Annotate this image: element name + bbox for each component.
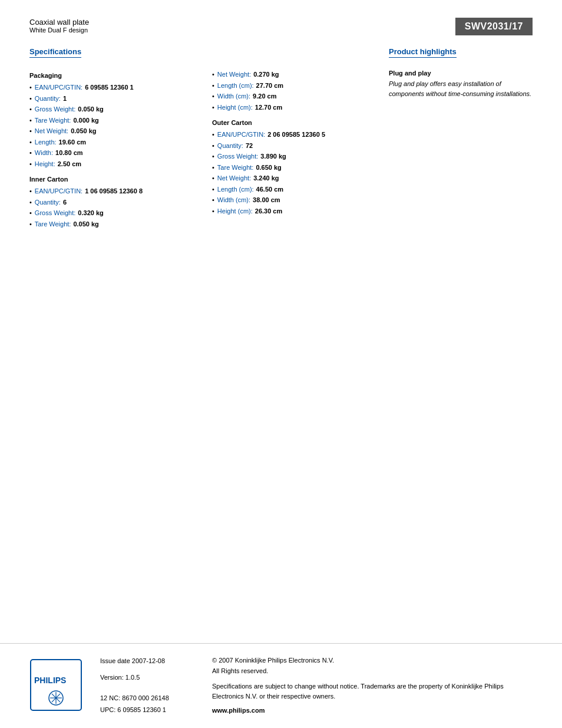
- spec-value: 3.890 kg: [260, 151, 286, 162]
- inner-carton-heading: Inner Carton: [29, 176, 189, 183]
- spec-label: Length:: [35, 137, 57, 147]
- spec-label: Width:: [35, 148, 53, 158]
- spec-value: 0.050 kg: [71, 126, 96, 136]
- packaging-right-list: Net Weight: 0.270 kg Length (cm): 27.70 …: [212, 70, 371, 112]
- spec-value: 27.70 cm: [256, 81, 283, 91]
- spec-label: EAN/UPC/GTIN:: [217, 130, 265, 140]
- product-subtitle: White Dual F design: [29, 27, 455, 34]
- spec-label: Quantity:: [217, 141, 243, 151]
- list-item: Net Weight: 0.270 kg: [212, 70, 371, 80]
- spec-label: Height (cm):: [217, 206, 253, 216]
- spec-label: Tare Weight:: [35, 116, 71, 126]
- spec-value: 10.80 cm: [55, 148, 82, 158]
- list-item: Quantity: 6: [29, 197, 189, 207]
- footer-center: Issue date 2007-12-08 Version: 1.0.5 12 …: [100, 655, 194, 716]
- spec-label: Net Weight:: [35, 126, 68, 136]
- list-item: Width: 10.80 cm: [29, 148, 189, 158]
- spec-value: 12.70 cm: [255, 103, 282, 113]
- spec-value: 2.50 cm: [58, 159, 81, 169]
- list-item: Width (cm): 38.00 cm: [212, 195, 371, 205]
- spec-label: Gross Weight:: [217, 151, 259, 162]
- inner-carton-list: EAN/UPC/GTIN: 1 06 09585 12360 8 Quantit…: [29, 186, 189, 229]
- list-item: Tare Weight: 0.000 kg: [29, 116, 189, 126]
- list-item: Tare Weight: 0.650 kg: [212, 163, 371, 173]
- spec-label: Quantity:: [35, 94, 61, 104]
- spec-label: Tare Weight:: [35, 219, 71, 229]
- spec-value: 0.320 kg: [78, 208, 103, 218]
- list-item: Gross Weight: 0.320 kg: [29, 208, 189, 218]
- website-link[interactable]: www.philips.com: [212, 706, 533, 716]
- spec-value: 1 06 09585 12360 8: [85, 186, 143, 196]
- list-item: Length (cm): 27.70 cm: [212, 81, 371, 91]
- spec-value: 1: [63, 94, 67, 104]
- plug-and-play-text: Plug and play offers easy installation o…: [389, 79, 533, 98]
- outer-carton-list: EAN/UPC/GTIN: 2 06 09585 12360 5 Quantit…: [212, 130, 371, 216]
- spec-label: Length (cm):: [217, 185, 254, 195]
- list-item: Height (cm): 26.30 cm: [212, 206, 371, 216]
- spec-label: Tare Weight:: [217, 163, 254, 173]
- spec-value: 9.20 cm: [253, 91, 276, 101]
- rights-text: All Rights reserved.: [212, 666, 533, 677]
- outer-carton-heading: Outer Carton: [212, 119, 371, 126]
- specifications-heading: Specifications: [29, 47, 81, 58]
- list-item: EAN/UPC/GTIN: 6 09585 12360 1: [29, 83, 189, 93]
- spec-label: Height:: [35, 159, 55, 169]
- spec-label: Gross Weight:: [35, 104, 76, 114]
- spec-label: EAN/UPC/GTIN:: [35, 83, 82, 93]
- list-item: EAN/UPC/GTIN: 1 06 09585 12360 8: [29, 186, 189, 196]
- spec-value: 0.270 kg: [253, 70, 279, 80]
- spec-label: Net Weight:: [217, 70, 251, 80]
- list-item: Quantity: 1: [29, 94, 189, 104]
- list-item: Net Weight: 0.050 kg: [29, 126, 189, 136]
- spec-value: 26.30 cm: [255, 206, 282, 216]
- spec-value: 6: [63, 197, 67, 207]
- plug-and-play-heading: Plug and play: [389, 70, 533, 77]
- list-item: Net Weight: 3.240 kg: [212, 173, 371, 183]
- spec-label: Length (cm):: [217, 81, 254, 91]
- list-item: Length: 19.60 cm: [29, 137, 189, 147]
- spec-label: Net Weight:: [217, 173, 251, 183]
- copyright-text: © 2007 Koninklijke Philips Electronics N…: [212, 655, 533, 666]
- spec-value: 46.50 cm: [256, 185, 283, 195]
- spec-value: 0.050 kg: [73, 219, 98, 229]
- spec-label: Width (cm):: [217, 91, 250, 101]
- philips-logo: PHILIPS: [29, 658, 82, 713]
- spec-label: Quantity:: [35, 197, 61, 207]
- spec-label: Height (cm):: [217, 103, 253, 113]
- list-item: Gross Weight: 0.050 kg: [29, 104, 189, 114]
- list-item: Height: 2.50 cm: [29, 159, 189, 169]
- list-item: Height (cm): 12.70 cm: [212, 103, 371, 113]
- issue-date: Issue date 2007-12-08: [100, 655, 194, 667]
- spec-value: 6 09585 12360 1: [85, 83, 134, 93]
- svg-text:PHILIPS: PHILIPS: [34, 676, 66, 685]
- list-item: EAN/UPC/GTIN: 2 06 09585 12360 5: [212, 130, 371, 140]
- product-title: Coaxial wall plate: [29, 18, 455, 27]
- spec-value: 0.650 kg: [256, 163, 281, 173]
- spec-value: 19.60 cm: [59, 137, 86, 147]
- list-item: Tare Weight: 0.050 kg: [29, 219, 189, 229]
- packaging-heading: Packaging: [29, 72, 189, 79]
- spec-label: Width (cm):: [217, 195, 250, 205]
- version: Version: 1.0.5: [100, 672, 194, 684]
- list-item: Width (cm): 9.20 cm: [212, 91, 371, 101]
- nc-number: 12 NC: 8670 000 26148: [100, 693, 194, 704]
- product-highlights-heading: Product highlights: [389, 47, 457, 58]
- spec-value: 3.240 kg: [253, 173, 279, 183]
- model-number: SWV2031/17: [455, 18, 533, 35]
- spec-value: 38.00 cm: [253, 195, 280, 205]
- spec-value: 2 06 09585 12360 5: [267, 130, 325, 140]
- spec-value: 0.000 kg: [73, 116, 98, 126]
- spec-value: 72: [246, 141, 253, 151]
- footer-right: © 2007 Koninklijke Philips Electronics N…: [212, 655, 533, 716]
- spec-label: Gross Weight:: [35, 208, 76, 218]
- upc-number: UPC: 6 09585 12360 1: [100, 704, 194, 716]
- packaging-list: EAN/UPC/GTIN: 6 09585 12360 1 Quantity: …: [29, 83, 189, 169]
- disclaimer-text: Specifications are subject to change wit…: [212, 681, 533, 702]
- spec-label: EAN/UPC/GTIN:: [35, 186, 82, 196]
- spec-value: 0.050 kg: [78, 104, 103, 114]
- footer: PHILIPS Issue date 2007-12-08 Version: 1…: [0, 643, 562, 728]
- list-item: Gross Weight: 3.890 kg: [212, 151, 371, 162]
- list-item: Length (cm): 46.50 cm: [212, 185, 371, 195]
- list-item: Quantity: 72: [212, 141, 371, 151]
